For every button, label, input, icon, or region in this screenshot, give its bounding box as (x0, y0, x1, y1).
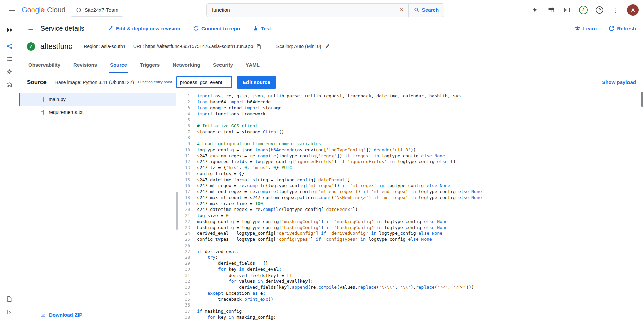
project-selector[interactable]: Site24x7-Team (71, 4, 123, 17)
edit-scaling-icon[interactable] (325, 44, 330, 49)
code-line: 21log_size = 0 (179, 213, 641, 219)
search-icon (414, 7, 419, 13)
service-bar-right: Learn Refresh (575, 26, 636, 31)
scrollbar-thumb[interactable] (176, 192, 178, 230)
tab-revisions[interactable]: Revisions (72, 57, 98, 73)
help-icon[interactable]: ? (593, 3, 606, 17)
entry-point-input[interactable] (176, 76, 232, 88)
sidebar-item-jobs-icon[interactable] (3, 53, 16, 65)
code-line: 36 (179, 302, 641, 308)
code-text: for values in derived_eval[key]: (197, 278, 313, 284)
gift-icon[interactable] (544, 3, 558, 17)
sidebar-item-integrations-icon[interactable] (3, 65, 16, 78)
line-number: 31 (179, 272, 197, 279)
gemini-icon[interactable] (528, 3, 541, 17)
code-text: derived_fields = {} (197, 260, 268, 266)
download-zip-link[interactable]: Download ZIP (40, 312, 82, 318)
code-line: 32 for values in derived_eval[key]: (179, 278, 641, 284)
file-item-main.py[interactable]: main.py (19, 93, 176, 106)
line-number: 20 (179, 206, 197, 213)
sidebar-item-services-icon[interactable] (3, 40, 16, 53)
sync-icon (193, 26, 199, 31)
line-number: 21 (179, 213, 197, 219)
tab-triggers[interactable]: Triggers (139, 57, 161, 73)
line-number: 4 (179, 111, 197, 117)
clear-search-icon[interactable]: × (395, 4, 408, 17)
learn-button[interactable]: Learn (575, 26, 597, 31)
source-toolbar: Source Base image: Python 3.11 (Ubuntu 2… (19, 73, 644, 91)
line-number: 15 (179, 177, 197, 183)
release-notes-icon[interactable] (3, 293, 16, 306)
line-number: 14 (179, 171, 197, 177)
search-button[interactable]: Search (408, 4, 444, 17)
tab-observability[interactable]: Observability (27, 57, 62, 73)
test-button[interactable]: Test (253, 26, 271, 31)
back-button[interactable]: ← (27, 25, 34, 32)
code-line: 16s247_ml_regex = re.compile(logtype_con… (179, 183, 641, 189)
code-line: 29 derived_fields = {} (179, 260, 641, 266)
code-text: import functions_framework (197, 111, 266, 117)
line-number: 34 (179, 290, 197, 296)
code-text: if derived_eval: (197, 249, 239, 255)
code-text: s247_datetime_regex = re.compile(logtype… (197, 206, 358, 213)
line-number: 23 (179, 225, 197, 231)
line-number: 26 (179, 243, 197, 249)
file-icon (40, 110, 44, 115)
editor-scrollbar[interactable] (641, 91, 644, 321)
service-region: Region: asia-south1 (84, 44, 126, 49)
code-line: 15s247_datetime_format_string = logtype_… (179, 177, 641, 183)
line-number: 38 (179, 314, 197, 320)
learn-cap-icon (575, 26, 580, 31)
line-number: 24 (179, 230, 197, 236)
code-line: 4import functions_framework (179, 111, 641, 117)
source-section-title: Source (27, 79, 47, 86)
refresh-button[interactable]: Refresh (609, 26, 636, 31)
tab-networking[interactable]: Networking (171, 57, 202, 73)
cloud-run-logo-icon[interactable] (3, 24, 16, 36)
service-scaling: Scaling: Auto (Min: 0) (276, 44, 321, 49)
line-number: 19 (179, 201, 197, 207)
notifications-button[interactable]: 2 (577, 3, 590, 17)
search-input[interactable] (207, 4, 395, 17)
scrollbar-thumb[interactable] (641, 92, 643, 107)
edit-source-button[interactable]: Edit source (237, 76, 276, 89)
hamburger-menu-icon[interactable] (5, 3, 19, 17)
code-text: s247_datetime_format_string = logtype_co… (197, 177, 350, 183)
code-line: 17s247_ml_end_regex = re.compile(logtype… (179, 189, 641, 195)
code-text: for key in derived_eval: (197, 266, 281, 272)
code-line: 1import os, re, gzip, json, urllib.parse… (179, 93, 641, 99)
code-line: 11s247_custom_regex = re.compile(logtype… (179, 153, 641, 159)
expand-panel-icon[interactable] (3, 306, 16, 318)
line-number: 35 (179, 296, 197, 302)
code-text: log_size = 0 (197, 213, 229, 219)
file-item-requirements.txt[interactable]: requirements.txt (19, 106, 176, 119)
code-text: if masking_config: (197, 308, 244, 314)
file-panel-scrollbar[interactable] (176, 91, 179, 321)
sidebar-item-domain-mappings-icon[interactable] (3, 78, 16, 91)
tab-source[interactable]: Source (109, 57, 128, 73)
line-number: 8 (179, 135, 197, 141)
cloud-shell-icon[interactable] (560, 3, 574, 17)
avatar[interactable]: A (627, 4, 639, 16)
connect-repo-button[interactable]: Connect to repo (193, 26, 240, 31)
code-line: 2from base64 import b64decode (179, 99, 641, 105)
service-details-bar: ← Service details Edit & deploy new revi… (19, 20, 644, 36)
test-flask-icon (253, 26, 258, 31)
entry-point-label: Function entry point (138, 80, 175, 84)
code-editor[interactable]: 1import os, re, gzip, json, urllib.parse… (179, 91, 641, 321)
code-text: s247_ml_regex = re.compile(logtype_confi… (197, 183, 450, 189)
cloud-logo-text: Cloud (47, 6, 65, 14)
file-panel: main.pyrequirements.txt Download ZIP (19, 91, 176, 321)
more-options-icon[interactable]: ⋮ (609, 3, 622, 17)
tab-security[interactable]: Security (212, 57, 234, 73)
file-icon (40, 97, 44, 102)
notifications-count: 2 (579, 6, 588, 14)
code-line: 24derived_eval = logtype_config['derived… (179, 230, 641, 236)
line-number: 7 (179, 129, 197, 135)
show-payload-link[interactable]: Show payload (602, 79, 636, 85)
edit-deploy-button[interactable]: Edit & deploy new revision (108, 26, 180, 31)
tab-yaml[interactable]: YAML (244, 57, 261, 73)
code-text: logtype_config = json.loads(b64decode(os… (197, 147, 416, 153)
code-text: s247_max_ml_count = s247_custom_regex.pa… (197, 195, 482, 201)
copy-url-icon[interactable] (256, 44, 261, 49)
